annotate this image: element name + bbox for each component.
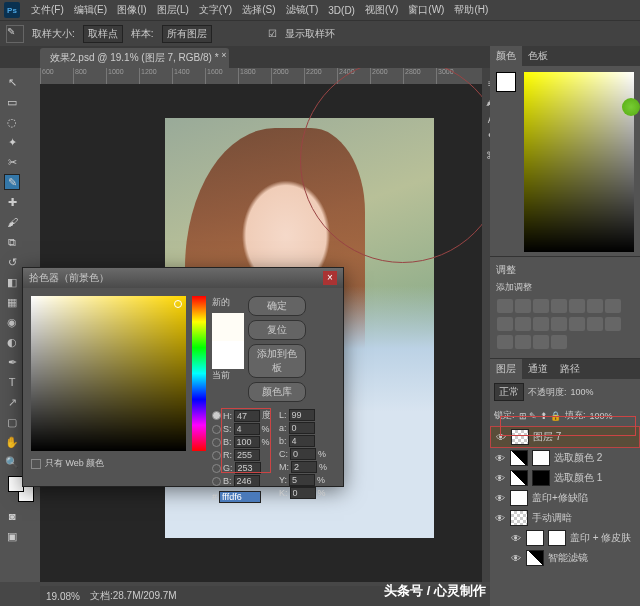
tab-channels[interactable]: 通道 — [522, 359, 554, 379]
menu-view[interactable]: 视图(V) — [360, 3, 403, 17]
l-input[interactable] — [289, 409, 315, 421]
shape-tool[interactable]: ▢ — [4, 414, 20, 430]
eyedropper-icon[interactable]: ✎ — [6, 25, 24, 43]
layer-row[interactable]: 👁盖印 + 修皮肤 — [490, 528, 640, 548]
menu-help[interactable]: 帮助(H) — [449, 3, 493, 17]
adj-icon[interactable] — [569, 317, 585, 331]
reset-button[interactable]: 复位 — [248, 320, 306, 340]
adj-icon[interactable] — [551, 317, 567, 331]
b-radio[interactable] — [212, 438, 221, 447]
g-radio[interactable] — [212, 464, 221, 473]
adj-icon[interactable] — [605, 317, 621, 331]
c-input[interactable] — [290, 448, 316, 460]
adj-icon[interactable] — [533, 335, 549, 349]
menu-select[interactable]: 选择(S) — [237, 3, 280, 17]
ok-button[interactable]: 确定 — [248, 296, 306, 316]
color-field[interactable] — [31, 296, 186, 451]
lb-input[interactable] — [289, 435, 315, 447]
sample-size-select[interactable]: 取样点 — [83, 25, 123, 43]
opacity-value[interactable]: 100% — [571, 387, 594, 397]
color-lib-button[interactable]: 颜色库 — [248, 382, 306, 402]
stamp-tool[interactable]: ⧉ — [4, 234, 20, 250]
eraser-tool[interactable]: ◧ — [4, 274, 20, 290]
history-tool[interactable]: ↺ — [4, 254, 20, 270]
layer-row[interactable]: 👁手动调暗 — [490, 508, 640, 528]
menu-layer[interactable]: 图层(L) — [152, 3, 194, 17]
gradient-tool[interactable]: ▦ — [4, 294, 20, 310]
bv-input[interactable] — [234, 475, 260, 487]
layer-row[interactable]: 👁盖印+修缺陷 — [490, 488, 640, 508]
quickmask-tool[interactable]: ◙ — [4, 508, 20, 524]
menu-filter[interactable]: 滤镜(T) — [281, 3, 324, 17]
a-input[interactable] — [289, 422, 315, 434]
path-tool[interactable]: ↗ — [4, 394, 20, 410]
hex-input[interactable] — [219, 491, 261, 503]
layer-row[interactable]: 👁智能滤镜 — [490, 548, 640, 568]
marquee-tool[interactable]: ▭ — [4, 94, 20, 110]
heal-tool[interactable]: ✚ — [4, 194, 20, 210]
menu-file[interactable]: 文件(F) — [26, 3, 69, 17]
layer-row[interactable]: 👁选取颜色 2 — [490, 448, 640, 468]
web-only-checkbox[interactable] — [31, 459, 41, 469]
adj-icon[interactable] — [497, 317, 513, 331]
color-spectrum[interactable] — [524, 72, 634, 252]
blend-mode-select[interactable]: 正常 — [494, 383, 524, 401]
visibility-icon[interactable]: 👁 — [510, 553, 522, 564]
adj-icon[interactable] — [533, 317, 549, 331]
panel-fg-color[interactable] — [496, 72, 516, 92]
layer-row[interactable]: 👁选取颜色 1 — [490, 468, 640, 488]
dodge-tool[interactable]: ◐ — [4, 334, 20, 350]
visibility-icon[interactable]: 👁 — [494, 473, 506, 484]
adj-icon[interactable] — [497, 335, 513, 349]
hue-slider[interactable] — [192, 296, 206, 451]
tab-paths[interactable]: 路径 — [554, 359, 586, 379]
adj-icon[interactable] — [587, 317, 603, 331]
brush-tool[interactable]: 🖌 — [4, 214, 20, 230]
m-input[interactable] — [291, 461, 317, 473]
menu-edit[interactable]: 编辑(E) — [69, 3, 112, 17]
r-radio[interactable] — [212, 451, 221, 460]
menu-window[interactable]: 窗口(W) — [403, 3, 449, 17]
move-tool[interactable]: ↖ — [4, 74, 20, 90]
close-icon[interactable]: × — [221, 50, 226, 60]
tab-swatch[interactable]: 色板 — [522, 46, 554, 66]
tab-layers[interactable]: 图层 — [490, 359, 522, 379]
eyedropper-tool[interactable]: ✎ — [4, 174, 20, 190]
zoom-level[interactable]: 19.08% — [46, 591, 80, 602]
visibility-icon[interactable]: 👁 — [494, 453, 506, 464]
bv-radio[interactable] — [212, 477, 221, 486]
tab-color[interactable]: 颜色 — [490, 46, 522, 66]
s-radio[interactable] — [212, 425, 221, 434]
visibility-icon[interactable]: 👁 — [494, 513, 506, 524]
color-picker-titlebar[interactable]: 拾色器（前景色） × — [23, 268, 343, 288]
k-input[interactable] — [290, 487, 316, 499]
close-icon[interactable]: × — [323, 271, 337, 285]
adj-icon[interactable] — [551, 299, 567, 313]
adj-icon[interactable] — [515, 335, 531, 349]
visibility-icon[interactable]: 👁 — [494, 493, 506, 504]
menu-image[interactable]: 图像(I) — [112, 3, 151, 17]
blur-tool[interactable]: ◉ — [4, 314, 20, 330]
hand-tool[interactable]: ✋ — [4, 434, 20, 450]
wand-tool[interactable]: ✦ — [4, 134, 20, 150]
menu-type[interactable]: 文字(Y) — [194, 3, 237, 17]
adj-icon[interactable] — [551, 335, 567, 349]
menu-3d[interactable]: 3D(D) — [323, 5, 360, 16]
lasso-tool[interactable]: ◌ — [4, 114, 20, 130]
document-tab[interactable]: 效果2.psd @ 19.1% (图层 7, RGB/8) *× — [40, 48, 229, 68]
add-swatch-button[interactable]: 添加到色板 — [248, 344, 306, 378]
adj-icon[interactable] — [587, 299, 603, 313]
pen-tool[interactable]: ✒ — [4, 354, 20, 370]
zoom-tool[interactable]: 🔍 — [4, 454, 20, 470]
adj-icon[interactable] — [533, 299, 549, 313]
type-tool[interactable]: T — [4, 374, 20, 390]
adj-icon[interactable] — [569, 299, 585, 313]
crop-tool[interactable]: ✂ — [4, 154, 20, 170]
adj-icon[interactable] — [497, 299, 513, 313]
sample-layer-select[interactable]: 所有图层 — [162, 25, 212, 43]
adj-icon[interactable] — [515, 317, 531, 331]
show-ring-checkbox[interactable]: ☑ — [268, 28, 277, 39]
adj-icon[interactable] — [605, 299, 621, 313]
adj-icon[interactable] — [515, 299, 531, 313]
h-radio[interactable] — [212, 411, 221, 420]
